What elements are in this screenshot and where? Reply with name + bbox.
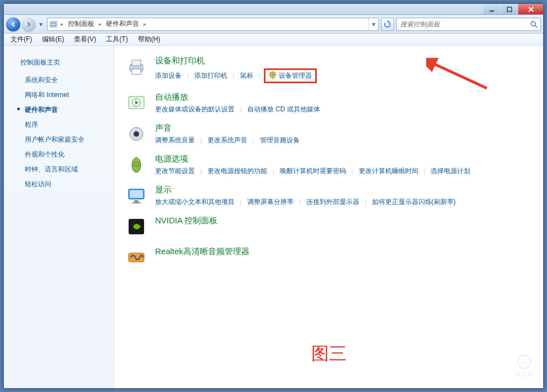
category-title[interactable]: Realtek高清晰音频管理器 (155, 246, 532, 257)
search-input[interactable] (397, 20, 527, 28)
nvidia-icon (125, 216, 147, 238)
search-box[interactable] (396, 18, 541, 31)
category-link[interactable]: 自动播放 CD 或其他媒体 (247, 105, 320, 114)
address-bar[interactable]: ▸ 控制面板 ▸ 硬件和声音 ▸ ▾ (47, 18, 379, 31)
sidebar-item[interactable]: 硬件和声音 (4, 103, 114, 117)
breadcrumb-level2[interactable]: 硬件和声音 (103, 18, 142, 30)
category-title[interactable]: 自动播放 (155, 92, 532, 103)
link-separator: | (247, 137, 260, 144)
menu-view[interactable]: 查看(V) (70, 34, 100, 45)
svg-rect-4 (54, 23, 56, 24)
display-icon (125, 185, 147, 207)
window-minimize-button[interactable] (482, 4, 500, 14)
link-separator: | (267, 168, 280, 175)
svg-rect-10 (132, 69, 141, 74)
svg-rect-20 (132, 202, 141, 203)
svg-rect-6 (54, 25, 56, 26)
svg-point-7 (531, 22, 535, 26)
category-link[interactable]: 更改电源按钮的功能 (208, 167, 267, 176)
category-title[interactable]: 设备和打印机 (155, 56, 532, 66)
highlighted-link: 设备管理器 (264, 68, 317, 83)
sidebar-item[interactable]: 外观和个性化 (4, 147, 114, 162)
category-link[interactable]: 选择电源计划 (431, 167, 470, 176)
sidebar-item[interactable]: 用户帐户和家庭安全 (4, 132, 114, 147)
link-separator: | (195, 168, 208, 175)
location-icon (47, 20, 60, 29)
category-row: 自动播放更改媒体或设备的默认设置|自动播放 CD 或其他媒体 (125, 92, 532, 114)
category-row: 显示放大或缩小文本和其他项目|调整屏幕分辨率|连接到外部显示器|如何更正显示器闪… (125, 185, 532, 207)
autoplay-icon (125, 92, 147, 114)
sound-icon (125, 123, 147, 145)
category-link[interactable]: 放大或缩小文本和其他项目 (155, 197, 235, 207)
address-dropdown[interactable]: ▾ (368, 18, 378, 30)
category-link[interactable]: 设备管理器 (279, 71, 312, 80)
breadcrumb-sep: ▸ (98, 21, 103, 27)
breadcrumb-sep: ▸ (142, 21, 147, 27)
category-link[interactable]: 唤醒计算机时需要密码 (280, 167, 346, 176)
category-links: 调整系统音量|更改系统声音|管理音频设备 (155, 136, 532, 145)
refresh-button[interactable] (381, 18, 394, 31)
category-link[interactable]: 添加设备 (155, 71, 182, 80)
back-button[interactable] (6, 17, 20, 31)
svg-rect-3 (51, 23, 53, 24)
svg-rect-16 (134, 163, 139, 166)
category-link[interactable]: 管理音频设备 (260, 136, 300, 145)
link-separator: | (359, 199, 372, 206)
link-separator: | (227, 73, 240, 79)
menu-bar: 文件(F) 编辑(E) 查看(V) 工具(T) 帮助(H) (4, 34, 543, 46)
navigation-bar: ▾ ▸ 控制面板 ▸ 硬件和声音 ▸ ▾ (4, 15, 543, 34)
svg-rect-2 (50, 22, 57, 27)
sidebar: 控制面板主页 系统和安全网络和 Internet硬件和声音程序用户帐户和家庭安全… (4, 46, 114, 388)
sidebar-item[interactable]: 系统和安全 (4, 73, 114, 88)
category-link[interactable]: 调整系统音量 (155, 136, 195, 145)
breadcrumb-sep: ▸ (60, 21, 65, 27)
window-maximize-button[interactable] (500, 4, 518, 14)
category-title[interactable]: 显示 (155, 185, 532, 195)
category-link[interactable]: 如何更正显示器闪烁(刷新率) (372, 197, 456, 207)
category-link[interactable]: 鼠标 (240, 71, 253, 80)
breadcrumb-level1[interactable]: 控制面板 (65, 18, 98, 30)
category-link[interactable]: 调整屏幕分辨率 (247, 197, 294, 207)
sidebar-item[interactable]: 程序 (4, 117, 114, 132)
category-link[interactable]: 添加打印机 (194, 71, 227, 80)
link-separator: | (195, 137, 208, 144)
menu-help[interactable]: 帮助(H) (134, 34, 165, 45)
search-icon[interactable] (527, 20, 540, 28)
sidebar-item[interactable]: 轻松访问 (4, 177, 114, 192)
category-row: 电源选项更改节能设置|更改电源按钮的功能|唤醒计算机时需要密码|更改计算机睡眠时… (125, 154, 532, 176)
watermark: 路由器 (515, 355, 533, 378)
power-icon (125, 154, 147, 176)
category-row: 声音调整系统音量|更改系统声音|管理音频设备 (125, 123, 532, 145)
category-title[interactable]: NVIDIA 控制面板 (155, 216, 532, 226)
forward-button[interactable] (22, 17, 36, 31)
category-row: NVIDIA 控制面板 (125, 216, 532, 238)
window-close-button[interactable] (518, 4, 543, 14)
link-separator: | (182, 73, 194, 79)
category-links: 添加设备|添加打印机|鼠标|设备管理器 (155, 68, 532, 83)
figure-caption: 图三 (114, 342, 543, 366)
sidebar-item[interactable]: 网络和 Internet (4, 88, 114, 103)
window-titlebar (4, 4, 543, 15)
category-link[interactable]: 更改系统声音 (208, 136, 247, 145)
svg-rect-19 (134, 200, 139, 202)
menu-tools[interactable]: 工具(T) (102, 34, 132, 45)
sidebar-home-link[interactable]: 控制面板主页 (4, 56, 114, 73)
category-link[interactable]: 更改节能设置 (155, 167, 195, 176)
svg-point-15 (134, 131, 139, 137)
nav-arrows: ▾ (6, 17, 45, 31)
category-link[interactable]: 连接到外部显示器 (306, 197, 359, 207)
link-separator: | (346, 168, 359, 175)
category-title[interactable]: 电源选项 (155, 154, 532, 164)
svg-rect-0 (490, 10, 494, 12)
svg-point-24 (522, 363, 523, 364)
window-body: 控制面板主页 系统和安全网络和 Internet硬件和声音程序用户帐户和家庭安全… (4, 46, 543, 388)
nav-history-dropdown[interactable]: ▾ (37, 17, 45, 31)
category-row: 设备和打印机添加设备|添加打印机|鼠标|设备管理器 (125, 56, 532, 83)
menu-edit[interactable]: 编辑(E) (38, 34, 68, 45)
category-link[interactable]: 更改计算机睡眠时间 (359, 167, 418, 176)
sidebar-item[interactable]: 时钟、语言和区域 (4, 162, 114, 177)
menu-file[interactable]: 文件(F) (6, 34, 36, 45)
category-link[interactable]: 更改媒体或设备的默认设置 (155, 105, 235, 114)
category-title[interactable]: 声音 (155, 123, 532, 133)
realtek-icon (125, 246, 147, 269)
